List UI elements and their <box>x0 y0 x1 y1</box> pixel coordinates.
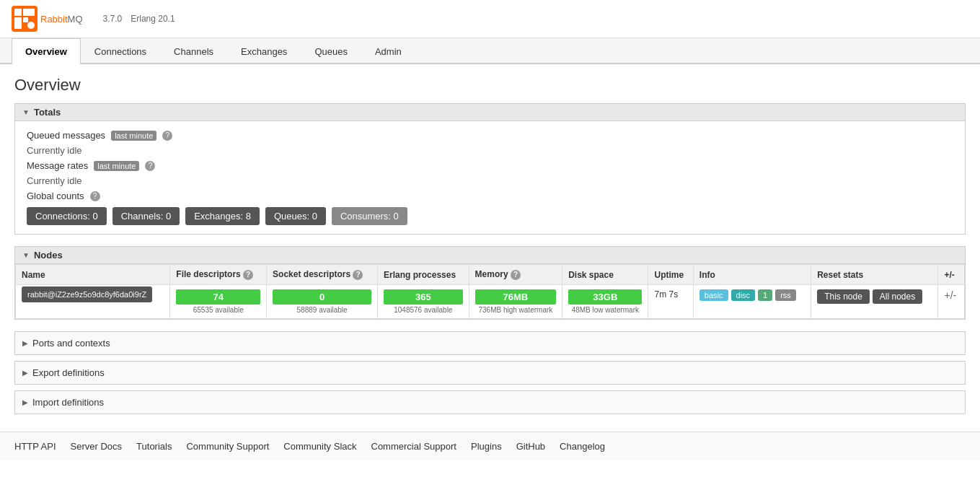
badge-basic[interactable]: basic <box>699 289 728 301</box>
main-content: Overview ▼ Totals Queued messages last m… <box>0 64 980 432</box>
nodes-section-content: Name File descriptors ? Socket descripto… <box>14 264 966 320</box>
version-info: 3.7.0 Erlang 20.1 <box>103 14 175 24</box>
plus-minus-icon[interactable]: +/- <box>944 289 956 301</box>
erlang-processes-sub: 1048576 available <box>384 306 463 314</box>
nodes-table-header-row: Name File descriptors ? Socket descripto… <box>16 265 965 285</box>
counts-row: Connections: 0 Channels: 0 Exchanges: 8 … <box>27 207 953 225</box>
ports-contexts-section: ▶ Ports and contexts <box>14 331 966 355</box>
queues-count-btn[interactable]: Queues: 0 <box>265 207 326 225</box>
nav-queues[interactable]: Queues <box>301 38 361 64</box>
queued-messages-label: Queued messages <box>27 130 105 141</box>
queued-messages-row: Queued messages last minute ? <box>27 130 953 141</box>
memory-bar: 76MB <box>475 289 557 305</box>
ports-contexts-header[interactable]: ▶ Ports and contexts <box>14 331 966 355</box>
nav-overview[interactable]: Overview <box>12 38 81 64</box>
memory-help-icon[interactable]: ? <box>511 270 521 280</box>
svg-rect-2 <box>23 9 35 16</box>
svg-rect-3 <box>14 17 22 29</box>
reset-stats-cell: This node All nodes <box>811 285 938 319</box>
nav-connections[interactable]: Connections <box>81 38 160 64</box>
ports-contexts-title: Ports and contexts <box>32 338 110 349</box>
badge-1[interactable]: 1 <box>758 289 772 301</box>
svg-point-5 <box>27 22 35 29</box>
footer-community-support[interactable]: Community Support <box>186 441 269 452</box>
consumers-count-btn[interactable]: Consumers: 0 <box>332 207 407 225</box>
export-definitions-title: Export definitions <box>32 367 105 378</box>
nav-admin[interactable]: Admin <box>361 38 415 64</box>
currently-idle-1: Currently idle <box>27 145 953 156</box>
global-counts-help-icon[interactable]: ? <box>90 191 100 201</box>
memory-cell: 76MB 736MB high watermark <box>469 285 562 319</box>
footer-commercial-support[interactable]: Commercial Support <box>371 441 457 452</box>
info-badges: basic disc 1 rss <box>699 289 805 301</box>
footer-github[interactable]: GitHub <box>516 441 545 452</box>
message-rates-label: Message rates <box>27 160 88 171</box>
totals-section-content: Queued messages last minute ? Currently … <box>14 121 966 235</box>
channels-count-btn[interactable]: Channels: 0 <box>112 207 180 225</box>
svg-rect-4 <box>23 17 28 22</box>
col-socket-descriptors: Socket descriptors ? <box>267 265 378 285</box>
reset-this-node-btn[interactable]: This node <box>817 289 870 304</box>
message-rates-help-icon[interactable]: ? <box>145 161 155 171</box>
footer-plugins[interactable]: Plugins <box>471 441 502 452</box>
socket-descriptors-sub: 58889 available <box>273 306 371 314</box>
erlang-processes-bar: 365 <box>384 289 463 305</box>
disk-space-bar: 33GB <box>568 289 642 305</box>
col-info: Info <box>693 265 811 285</box>
queued-messages-help-icon[interactable]: ? <box>162 131 172 141</box>
logo-text: RabbitMQ <box>40 14 83 25</box>
col-memory: Memory ? <box>469 265 562 285</box>
export-definitions-header[interactable]: ▶ Export definitions <box>14 361 966 385</box>
footer-http-api[interactable]: HTTP API <box>14 441 56 452</box>
file-descriptors-help-icon[interactable]: ? <box>243 270 253 280</box>
totals-section-header[interactable]: ▼ Totals <box>14 103 966 121</box>
disk-space-sub: 48MB low watermark <box>568 306 642 314</box>
global-counts-row: Global counts ? <box>27 191 953 201</box>
file-descriptors-sub: 65535 available <box>176 306 260 314</box>
badge-disc[interactable]: disc <box>731 289 756 301</box>
uptime-cell: 7m 7s <box>648 285 693 319</box>
nodes-section-header[interactable]: ▼ Nodes <box>14 246 966 264</box>
plus-minus-cell[interactable]: +/- <box>938 285 965 319</box>
version-number: 3.7.0 <box>103 14 123 24</box>
socket-descriptors-bar: 0 <box>273 289 371 305</box>
file-descriptors-bar: 74 <box>176 289 260 305</box>
socket-descriptors-cell: 0 58889 available <box>267 285 378 319</box>
export-definitions-section: ▶ Export definitions <box>14 361 966 385</box>
node-name-cell: rabbit@iZ2ze9z5o9dc8yf6da0i9rZ <box>16 285 170 319</box>
export-definitions-arrow-icon: ▶ <box>22 369 28 377</box>
main-nav: Overview Connections Channels Exchanges … <box>0 38 980 64</box>
footer-community-slack[interactable]: Community Slack <box>283 441 356 452</box>
connections-count-btn[interactable]: Connections: 0 <box>27 207 107 225</box>
col-reset-stats: Reset stats <box>811 265 938 285</box>
exchanges-count-btn[interactable]: Exchanges: 8 <box>185 207 260 225</box>
import-definitions-header[interactable]: ▶ Import definitions <box>14 390 966 414</box>
col-uptime: Uptime <box>648 265 693 285</box>
nav-channels[interactable]: Channels <box>160 38 227 64</box>
col-name: Name <box>16 265 170 285</box>
svg-rect-1 <box>14 9 22 16</box>
footer: HTTP API Server Docs Tutorials Community… <box>0 432 980 460</box>
col-plus-minus[interactable]: +/- <box>938 265 965 285</box>
footer-tutorials[interactable]: Tutorials <box>136 441 172 452</box>
footer-server-docs[interactable]: Server Docs <box>71 441 123 452</box>
erlang-version: Erlang 20.1 <box>131 14 175 24</box>
table-row: rabbit@iZ2ze9z5o9dc8yf6da0i9rZ 74 65535 … <box>16 285 965 319</box>
currently-idle-2: Currently idle <box>27 175 953 186</box>
reset-all-nodes-btn[interactable]: All nodes <box>873 289 922 304</box>
reset-btns: This node All nodes <box>817 289 932 304</box>
col-file-descriptors: File descriptors ? <box>170 265 267 285</box>
import-definitions-arrow-icon: ▶ <box>22 398 28 406</box>
nav-exchanges[interactable]: Exchanges <box>227 38 301 64</box>
badge-rss[interactable]: rss <box>775 289 796 301</box>
rabbitmq-logo-icon <box>12 6 37 32</box>
import-definitions-section: ▶ Import definitions <box>14 390 966 414</box>
footer-changelog[interactable]: Changelog <box>560 441 605 452</box>
logo: RabbitMQ <box>12 6 83 32</box>
socket-descriptors-help-icon[interactable]: ? <box>353 270 363 280</box>
nodes-arrow-icon: ▼ <box>22 251 30 259</box>
erlang-processes-cell: 365 1048576 available <box>378 285 469 319</box>
info-cell: basic disc 1 rss <box>693 285 811 319</box>
totals-arrow-icon: ▼ <box>22 108 30 116</box>
totals-section: ▼ Totals Queued messages last minute ? C… <box>14 103 966 235</box>
